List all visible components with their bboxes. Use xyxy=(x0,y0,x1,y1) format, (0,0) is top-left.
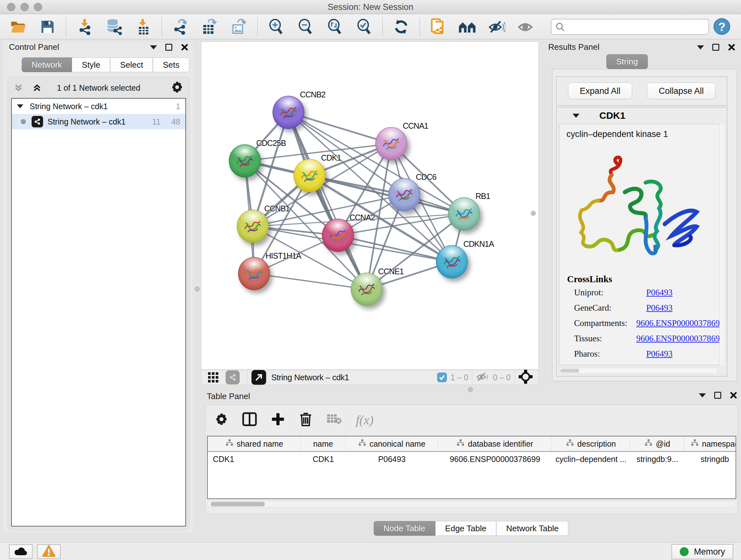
tab-network[interactable]: Network xyxy=(22,57,72,72)
right-splitter-handle[interactable] xyxy=(531,211,536,216)
collection-expander-icon[interactable] xyxy=(17,105,23,108)
tree-column-icon xyxy=(644,439,653,449)
column-header[interactable]: name xyxy=(301,436,346,451)
tab-node-table[interactable]: Node Table xyxy=(374,521,435,536)
table-row[interactable]: CDK1CDK1P064939606.ENSP00000378699cyclin… xyxy=(208,452,736,466)
help-button[interactable]: ? xyxy=(714,18,730,35)
warning-icon xyxy=(42,545,56,558)
float-panel-icon[interactable] xyxy=(712,44,719,51)
graphics-details-icon[interactable] xyxy=(206,371,220,384)
network-status-dot xyxy=(21,119,26,124)
string-style-icon[interactable] xyxy=(226,370,240,384)
network-node-CDKN1A[interactable] xyxy=(436,245,468,278)
export-table-button[interactable] xyxy=(200,17,219,36)
network-edge[interactable] xyxy=(254,273,367,289)
results-vertical-scrollbar[interactable] xyxy=(719,124,724,365)
left-splitter-handle[interactable] xyxy=(195,287,200,292)
import-network-file-button[interactable] xyxy=(75,17,94,36)
network-row[interactable]: String Network – cdk1 11 48 xyxy=(12,114,185,129)
import-network-database-button[interactable] xyxy=(105,17,123,36)
tab-edge-table[interactable]: Edge Table xyxy=(435,521,496,536)
export-image-button[interactable] xyxy=(230,17,248,36)
network-node-CCNA1[interactable] xyxy=(375,127,407,160)
network-node-HIST1H1A[interactable] xyxy=(238,257,270,290)
tab-style[interactable]: Style xyxy=(72,57,110,72)
network-edge[interactable] xyxy=(338,235,452,262)
network-node-CDC6[interactable] xyxy=(388,178,420,211)
tab-select[interactable]: Select xyxy=(110,57,153,72)
close-panel-icon[interactable] xyxy=(730,391,737,399)
crosslink-value-link[interactable]: P06493 xyxy=(646,288,673,298)
zoom-out-button[interactable] xyxy=(296,17,315,36)
control-panel: Control Panel NetworkStyleSelectSets 1 o… xyxy=(3,42,193,533)
network-node-RB1[interactable] xyxy=(448,197,480,231)
export-network-button[interactable] xyxy=(171,17,190,36)
memory-label: Memory xyxy=(694,547,725,557)
zoom-selected-button[interactable] xyxy=(355,17,374,36)
panel-menu-icon[interactable] xyxy=(150,45,157,50)
panel-menu-icon[interactable] xyxy=(699,393,706,397)
float-panel-icon[interactable] xyxy=(714,392,721,399)
gene-description: cyclin–dependent kinase 1 xyxy=(559,124,724,139)
selected-count-checkbox[interactable] xyxy=(437,373,447,382)
gene-section-header[interactable]: CDK1 xyxy=(556,107,727,124)
close-panel-icon[interactable] xyxy=(728,44,735,51)
collapse-all-button[interactable]: Collapse All xyxy=(647,83,716,99)
welcome-screen-button[interactable] xyxy=(458,17,477,36)
results-horizontal-scrollbar[interactable] xyxy=(559,368,718,374)
detach-view-icon[interactable] xyxy=(252,370,266,385)
column-header[interactable]: @id xyxy=(630,436,684,451)
panel-menu-icon[interactable] xyxy=(697,45,704,50)
delete-column-icon[interactable] xyxy=(299,412,313,428)
tab-network-table[interactable]: Network Table xyxy=(496,521,568,536)
column-header-label: canonical name xyxy=(369,439,425,449)
zoom-fit-button[interactable] xyxy=(326,17,344,36)
crosslink-value-link[interactable]: P06493 xyxy=(646,349,673,359)
network-node-CCNE1[interactable] xyxy=(351,273,383,306)
network-node-CCNA2[interactable] xyxy=(322,219,354,252)
add-column-icon[interactable] xyxy=(271,412,285,428)
section-expander-icon[interactable] xyxy=(572,114,580,118)
tab-string[interactable]: String xyxy=(606,54,648,69)
center-view-icon[interactable] xyxy=(519,370,533,385)
expand-all-button[interactable]: Expand All xyxy=(568,83,632,99)
hide-selected-button[interactable] xyxy=(488,17,506,36)
crosslink-value-link[interactable]: 9606.ENSP00000378699 xyxy=(636,334,724,344)
network-node-CDK1[interactable] xyxy=(293,159,326,192)
import-table-button[interactable] xyxy=(134,17,152,36)
clone-network-button[interactable] xyxy=(429,17,448,36)
network-node-label: CCNB2 xyxy=(300,90,326,99)
network-collection-row[interactable]: String Network – cdk1 1 xyxy=(12,99,185,114)
network-node-label: CCNA1 xyxy=(403,121,428,131)
refresh-view-button[interactable] xyxy=(392,17,410,36)
show-columns-icon[interactable] xyxy=(242,412,257,428)
column-header[interactable]: shared name xyxy=(208,436,301,451)
cloud-status-button[interactable] xyxy=(9,544,32,559)
zoom-in-button[interactable] xyxy=(267,17,285,36)
network-node-CDC25B[interactable] xyxy=(229,144,261,178)
close-panel-icon[interactable] xyxy=(181,44,188,51)
tree-column-icon xyxy=(225,439,233,449)
column-header[interactable]: database identifier xyxy=(438,436,552,451)
column-header[interactable]: namespac xyxy=(684,436,736,451)
float-panel-icon[interactable] xyxy=(165,44,172,51)
memory-button[interactable]: Memory xyxy=(671,544,733,559)
network-canvas[interactable]: CCNB2CCNA1CDC25BCDK1CDC6RB1CCNB1CCNA2CDK… xyxy=(201,42,539,370)
toolbar-search[interactable] xyxy=(551,19,709,35)
column-header[interactable]: description xyxy=(552,436,630,451)
column-header[interactable]: canonical name xyxy=(346,436,438,451)
save-session-button[interactable] xyxy=(38,17,57,36)
crosslink-value-link[interactable]: 9606.ENSP00000378699 xyxy=(636,318,724,328)
network-node-CCNB2[interactable] xyxy=(273,96,305,129)
crosslink-value-link[interactable]: P06493 xyxy=(646,303,673,313)
open-session-button[interactable] xyxy=(9,17,27,36)
show-hidden-button[interactable] xyxy=(517,17,536,36)
table-horizontal-scrollbar[interactable] xyxy=(207,501,736,507)
tab-sets[interactable]: Sets xyxy=(153,57,189,72)
network-node-count: 11 xyxy=(152,117,160,126)
search-input[interactable] xyxy=(551,19,709,35)
warnings-button[interactable] xyxy=(37,544,61,559)
network-node-CCNB1[interactable] xyxy=(237,210,269,243)
network-edge[interactable] xyxy=(288,112,367,289)
table-options-gear-icon[interactable] xyxy=(215,413,228,427)
